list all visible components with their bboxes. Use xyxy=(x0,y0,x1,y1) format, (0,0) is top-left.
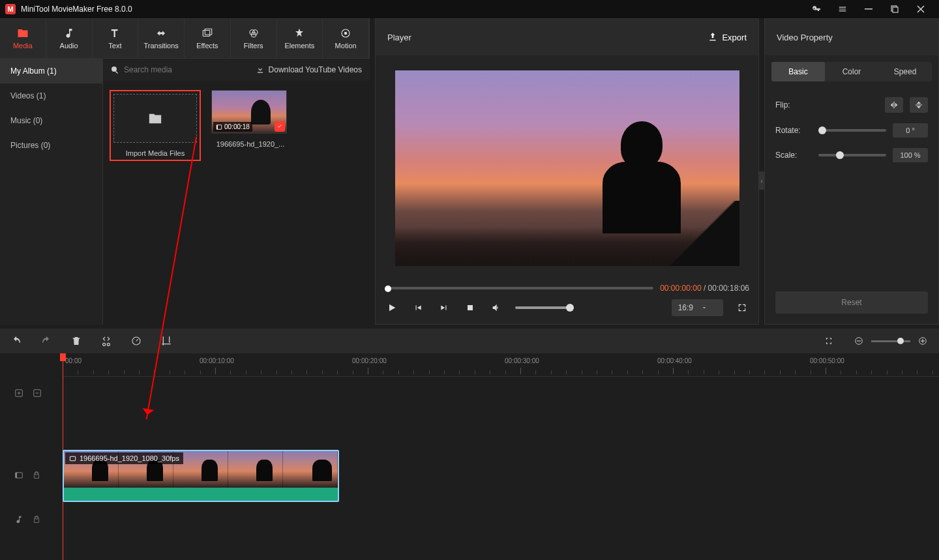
folder-icon xyxy=(148,111,162,126)
video-track-icon xyxy=(14,471,23,480)
time-ruler[interactable]: 00:00 00:00:10:00 00:00:20:00 00:00:30:0… xyxy=(63,353,939,377)
speed-button[interactable] xyxy=(130,335,142,347)
collapse-handle[interactable]: › xyxy=(758,171,765,190)
svg-rect-2 xyxy=(893,7,898,12)
import-media-button[interactable] xyxy=(113,94,197,143)
time-display: 00:00:00:00 / 00:00:18:06 xyxy=(660,284,749,293)
flip-label: Flip: xyxy=(775,100,812,110)
property-title: Video Property xyxy=(765,19,938,55)
svg-rect-18 xyxy=(922,339,923,343)
media-library-panel: Media Audio Text Transitions Effects Fil… xyxy=(0,18,370,325)
volume-slider[interactable] xyxy=(515,306,574,309)
app-logo: M xyxy=(5,4,16,14)
tab-elements[interactable]: Elements xyxy=(277,19,323,58)
timeline[interactable]: 00:00 00:00:10:00 00:00:20:00 00:00:30:0… xyxy=(0,353,939,560)
track-header-video xyxy=(0,471,56,480)
import-media-highlight: Import Media Files xyxy=(110,90,201,161)
rotate-value[interactable]: 0 ° xyxy=(893,123,928,138)
check-icon xyxy=(275,121,285,132)
track-header-overlay xyxy=(0,389,56,398)
media-content: Download YouTube Videos Import Media Fil… xyxy=(103,59,370,325)
player-panel: Player Export 00:00:00:00 / 00:00:1 xyxy=(375,18,759,325)
minimize-button[interactable] xyxy=(856,0,882,18)
auto-fit-button[interactable] xyxy=(823,335,835,347)
lock-icon[interactable] xyxy=(33,471,40,479)
flip-vertical-button[interactable] xyxy=(910,97,928,113)
remove-track-icon[interactable] xyxy=(33,389,42,398)
svg-rect-3 xyxy=(203,31,210,37)
property-panel: › Video Property Basic Color Speed Flip:… xyxy=(764,18,939,325)
tab-effects[interactable]: Effects xyxy=(185,19,231,58)
tab-transitions[interactable]: Transitions xyxy=(138,19,185,58)
search-input[interactable] xyxy=(124,65,250,74)
download-youtube-link[interactable]: Download YouTube Videos xyxy=(256,65,362,74)
player-title: Player xyxy=(387,33,411,42)
tab-text[interactable]: Text xyxy=(93,19,139,58)
tab-media[interactable]: Media xyxy=(0,19,46,58)
delete-button[interactable] xyxy=(70,335,82,347)
menu-icon[interactable] xyxy=(829,0,856,18)
svg-rect-12 xyxy=(468,305,473,310)
sidebar-videos[interactable]: Videos (1) xyxy=(0,83,102,108)
scale-slider[interactable] xyxy=(818,154,886,156)
video-preview[interactable] xyxy=(395,70,739,266)
zoom-slider[interactable] xyxy=(871,340,910,342)
add-track-icon[interactable] xyxy=(14,389,23,398)
search-icon xyxy=(111,66,119,74)
zoom-in-button[interactable] xyxy=(917,335,929,347)
tab-filters[interactable]: Filters xyxy=(231,19,277,58)
volume-icon[interactable] xyxy=(489,301,503,315)
scale-value[interactable]: 100 % xyxy=(893,148,928,162)
play-button[interactable] xyxy=(385,301,399,315)
sidebar-my-album[interactable]: My Album (1) xyxy=(0,59,102,83)
svg-rect-22 xyxy=(16,473,17,478)
svg-rect-11 xyxy=(216,125,218,129)
undo-button[interactable] xyxy=(10,335,22,347)
reset-button[interactable]: Reset xyxy=(775,291,928,314)
rotate-slider[interactable] xyxy=(818,129,886,132)
track-header-audio xyxy=(0,515,56,524)
redo-button[interactable] xyxy=(40,335,52,347)
prev-frame-button[interactable] xyxy=(411,301,425,315)
aspect-ratio-select[interactable]: 16:9 xyxy=(672,299,723,316)
prop-tab-speed[interactable]: Speed xyxy=(878,62,932,81)
app-title: MiniTool MovieMaker Free 8.0.0 xyxy=(21,5,132,14)
tab-audio[interactable]: Audio xyxy=(46,19,93,58)
next-frame-button[interactable] xyxy=(437,301,451,315)
svg-rect-15 xyxy=(857,340,861,341)
audio-track-icon xyxy=(14,515,23,524)
fullscreen-button[interactable] xyxy=(735,301,749,315)
titlebar: M MiniTool MovieMaker Free 8.0.0 xyxy=(0,0,939,18)
sidebar-pictures[interactable]: Pictures (0) xyxy=(0,133,102,158)
album-sidebar: My Album (1) Videos (1) Music (0) Pictur… xyxy=(0,59,103,325)
key-icon[interactable] xyxy=(803,0,829,18)
stop-button[interactable] xyxy=(463,301,477,315)
property-tabs: Basic Color Speed xyxy=(771,62,932,81)
prop-tab-color[interactable]: Color xyxy=(825,62,878,81)
thumbnail-label: 1966695-hd_1920_... xyxy=(211,140,290,148)
svg-rect-23 xyxy=(70,456,75,460)
export-button[interactable]: Export xyxy=(708,32,747,42)
svg-rect-0 xyxy=(865,8,872,10)
maximize-button[interactable] xyxy=(882,0,908,18)
crop-button[interactable] xyxy=(160,335,172,347)
rotate-label: Rotate: xyxy=(775,126,812,135)
prop-tab-basic[interactable]: Basic xyxy=(771,62,825,81)
svg-rect-4 xyxy=(205,29,212,35)
zoom-out-button[interactable] xyxy=(853,335,865,347)
scrub-bar[interactable] xyxy=(385,284,653,293)
scale-label: Scale: xyxy=(775,151,812,160)
close-button[interactable] xyxy=(908,0,934,18)
import-label: Import Media Files xyxy=(113,149,197,157)
category-toolbar: Media Audio Text Transitions Effects Fil… xyxy=(0,18,370,59)
lock-icon[interactable] xyxy=(33,516,40,523)
sidebar-music[interactable]: Music (0) xyxy=(0,108,102,133)
svg-point-9 xyxy=(344,32,348,35)
split-button[interactable] xyxy=(100,335,112,347)
timeline-toolbar xyxy=(0,329,939,353)
clip-label: 1966695-hd_1920_1080_30fps xyxy=(65,452,183,464)
timeline-clip[interactable]: 1966695-hd_1920_1080_30fps xyxy=(63,450,339,502)
flip-horizontal-button[interactable] xyxy=(885,97,903,113)
tab-motion[interactable]: Motion xyxy=(323,19,369,58)
media-thumbnail[interactable]: 00:00:18 1966695-hd_1920_... xyxy=(211,90,290,161)
